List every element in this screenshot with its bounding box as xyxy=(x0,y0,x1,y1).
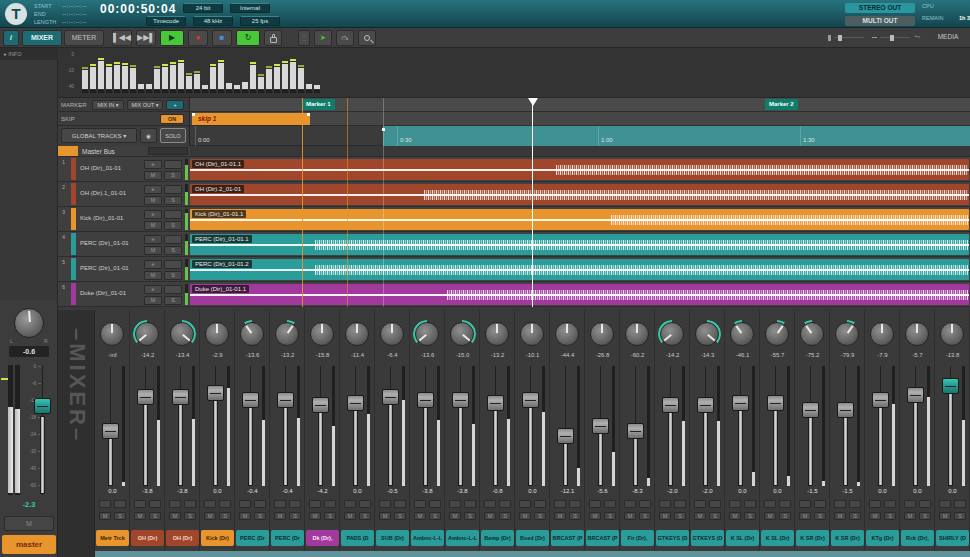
track-header[interactable]: 6Duke (Dir)_01-01eMS xyxy=(58,282,190,307)
channel-button-a[interactable] xyxy=(204,500,216,508)
track-edit-button[interactable]: e xyxy=(144,210,162,219)
channel-button-b[interactable] xyxy=(184,500,196,508)
channel-button-b[interactable] xyxy=(394,500,406,508)
channel-mute-button[interactable]: M xyxy=(869,512,881,520)
track-header[interactable]: 2OH (Dir).1_01-01eMS xyxy=(58,182,190,207)
channel-button-a[interactable] xyxy=(274,500,286,508)
timeline-marker[interactable]: Marker 2 xyxy=(765,99,798,110)
format-chip[interactable]: 48 kHz xyxy=(193,16,233,26)
track-solo-button[interactable]: S xyxy=(164,296,182,305)
channel-solo-button[interactable]: S xyxy=(429,512,441,520)
pan-knob[interactable] xyxy=(380,322,404,346)
marker-lane[interactable]: Marker 1Marker 2 xyxy=(190,98,970,112)
track-mute-button[interactable]: M xyxy=(144,296,162,305)
channel-button-b[interactable] xyxy=(954,500,966,508)
channel-mute-button[interactable]: M xyxy=(414,512,426,520)
mixer-horizontal-scrollbar[interactable] xyxy=(95,551,970,557)
channel-name-chip[interactable]: BRCAST (P xyxy=(551,530,584,546)
channel-mute-button[interactable]: M xyxy=(344,512,356,520)
track-mute-button[interactable]: M xyxy=(144,196,162,205)
channel-button-b[interactable] xyxy=(569,500,581,508)
pan-knob[interactable] xyxy=(310,322,334,346)
channel-button-b[interactable] xyxy=(324,500,336,508)
fader-cap[interactable] xyxy=(277,392,294,408)
track-edit-button[interactable]: e xyxy=(144,260,162,269)
channel-button-b[interactable] xyxy=(744,500,756,508)
channel-name-chip[interactable]: PERC (Dr xyxy=(271,530,304,546)
skip-end-handle[interactable] xyxy=(307,113,310,116)
track-input-button[interactable] xyxy=(164,185,182,194)
channel-button-b[interactable] xyxy=(149,500,161,508)
pan-knob[interactable] xyxy=(835,322,859,346)
master-select-button[interactable]: master xyxy=(2,535,56,554)
horizontal-zoom-slider[interactable] xyxy=(872,35,912,41)
skip-on-button[interactable]: ON xyxy=(160,114,184,124)
channel-solo-button[interactable]: S xyxy=(744,512,756,520)
audio-clip[interactable]: Kick (Dir)_01-01.1 xyxy=(190,209,969,230)
audio-clip[interactable]: PERC (Dir)_01-01.1 xyxy=(190,234,969,255)
channel-button-a[interactable] xyxy=(484,500,496,508)
channel-name-chip[interactable]: Bsed (Dr) xyxy=(516,530,549,546)
track-input-button[interactable] xyxy=(164,285,182,294)
pan-knob[interactable] xyxy=(660,322,684,346)
channel-name-chip[interactable]: BRCAST (P xyxy=(586,530,619,546)
channel-button-a[interactable] xyxy=(309,500,321,508)
track-edit-button[interactable]: e xyxy=(144,160,162,169)
fader-cap[interactable] xyxy=(697,397,714,413)
channel-button-a[interactable] xyxy=(659,500,671,508)
zoom-tool-icon[interactable] xyxy=(358,30,376,46)
meter-tab[interactable]: METER xyxy=(64,30,104,46)
playhead-line[interactable] xyxy=(532,98,533,307)
channel-solo-button[interactable]: S xyxy=(814,512,826,520)
info-panel-header[interactable]: ▸ INFO xyxy=(0,48,58,60)
track-header[interactable]: 3Kick (Dir)_01-01eMS xyxy=(58,207,190,232)
channel-button-b[interactable] xyxy=(114,500,126,508)
channel-name-chip[interactable]: SHIRLY (D xyxy=(936,530,969,546)
fader-cap[interactable] xyxy=(907,387,924,403)
pan-knob[interactable] xyxy=(765,322,789,346)
timeline-marker[interactable]: Marker 1 xyxy=(302,99,335,110)
pan-knob[interactable] xyxy=(940,322,964,346)
pan-knob[interactable] xyxy=(345,322,369,346)
channel-solo-button[interactable]: S xyxy=(499,512,511,520)
channel-mute-button[interactable]: M xyxy=(799,512,811,520)
pan-knob[interactable] xyxy=(870,322,894,346)
fader-cap[interactable] xyxy=(137,389,154,405)
channel-mute-button[interactable]: M xyxy=(274,512,286,520)
fader-cap[interactable] xyxy=(242,392,259,408)
channel-button-a[interactable] xyxy=(554,500,566,508)
vertical-zoom-slider[interactable] xyxy=(828,35,868,41)
audio-clip[interactable]: Duke (Dir)_01-01.1 xyxy=(190,284,969,305)
track-header[interactable]: 1OH (Dir)_01-01eMS xyxy=(58,157,190,182)
channel-button-a[interactable] xyxy=(939,500,951,508)
timeline[interactable]: Marker 1Marker 2 skip 1 0:000:301:001:30… xyxy=(190,98,970,307)
channel-mute-button[interactable]: M xyxy=(659,512,671,520)
time-ruler[interactable]: 0:000:301:001:30 xyxy=(190,126,970,146)
track-header[interactable]: 5PERC (Dir)_01-01eMS xyxy=(58,257,190,282)
track-mute-button[interactable]: M xyxy=(144,221,162,230)
loop-button[interactable]: ↻ xyxy=(236,30,260,46)
channel-mute-button[interactable]: M xyxy=(99,512,111,520)
channel-button-a[interactable] xyxy=(169,500,181,508)
media-button[interactable]: MEDIA xyxy=(930,30,966,46)
channel-mute-button[interactable]: M xyxy=(764,512,776,520)
channel-mute-button[interactable]: M xyxy=(204,512,216,520)
channel-name-chip[interactable]: Ambnc-L-L xyxy=(411,530,444,546)
track-solo-button[interactable]: S xyxy=(164,221,182,230)
channel-name-chip[interactable]: Bemp (Dr) xyxy=(481,530,514,546)
play-button[interactable]: ▶ xyxy=(160,30,184,46)
channel-button-a[interactable] xyxy=(834,500,846,508)
channel-name-chip[interactable]: Ambnc-L-L xyxy=(446,530,479,546)
master-fader-cap[interactable] xyxy=(34,398,51,414)
channel-button-b[interactable] xyxy=(289,500,301,508)
skip-start-handle[interactable] xyxy=(192,113,195,116)
channel-mute-button[interactable]: M xyxy=(939,512,951,520)
channel-button-a[interactable] xyxy=(764,500,776,508)
fader-cap[interactable] xyxy=(557,428,574,444)
stereo-out-button[interactable]: STEREO OUT xyxy=(845,3,915,13)
channel-mute-button[interactable]: M xyxy=(449,512,461,520)
channel-button-a[interactable] xyxy=(519,500,531,508)
lock-icon[interactable] xyxy=(264,30,282,46)
channel-button-b[interactable] xyxy=(464,500,476,508)
channel-button-a[interactable] xyxy=(379,500,391,508)
